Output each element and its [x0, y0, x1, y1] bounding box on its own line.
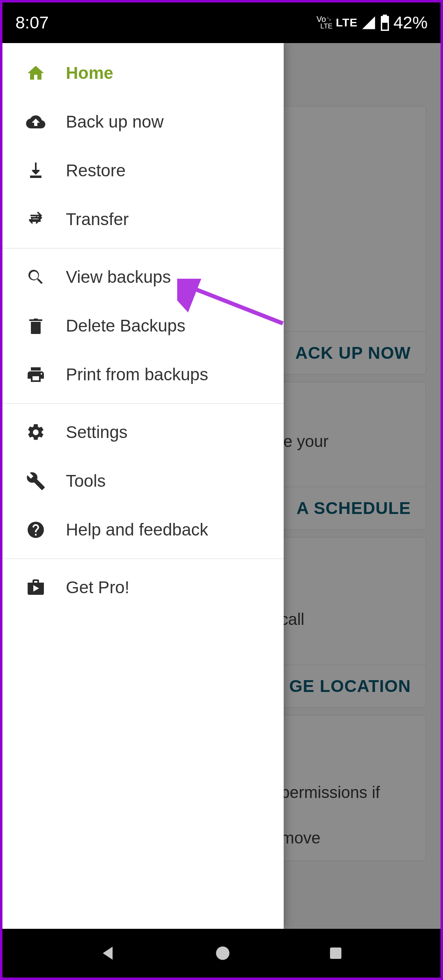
drawer-item-delete-backups[interactable]: Delete Backups	[2, 301, 284, 350]
drawer-item-label: Home	[66, 63, 113, 83]
drawer-item-print-backups[interactable]: Print from backups	[2, 350, 284, 399]
nav-back-icon[interactable]	[99, 943, 118, 963]
app-screen: SMS Backup & Restore BACK UP NOW Schedul…	[2, 43, 441, 929]
drawer-item-label: Restore	[66, 161, 126, 180]
help-icon	[24, 518, 47, 541]
gear-icon	[24, 421, 47, 444]
drawer-item-label: Get Pro!	[66, 578, 129, 597]
signal-icon	[361, 15, 376, 30]
drawer-item-label: Help and feedback	[66, 520, 208, 540]
drawer-item-view-backups[interactable]: View backups	[2, 253, 284, 301]
svg-rect-0	[30, 176, 41, 178]
drawer-item-label: View backups	[66, 267, 171, 287]
drawer-item-restore[interactable]: Restore	[2, 146, 284, 195]
device: 8:07 Vo␊LTE LTE 42% SMS Backup & Restore…	[2, 2, 441, 978]
drawer-item-label: Settings	[66, 423, 128, 442]
drawer-item-transfer[interactable]: Transfer	[2, 195, 284, 244]
drawer-item-label: Delete Backups	[66, 316, 185, 336]
lte-indicator: LTE	[336, 16, 358, 29]
drawer-item-settings[interactable]: Settings	[2, 408, 284, 457]
drawer-separator	[2, 248, 284, 249]
cloud-upload-icon	[24, 111, 47, 133]
drawer-item-label: Tools	[66, 471, 106, 491]
download-icon	[24, 159, 47, 182]
svg-point-2	[216, 947, 229, 960]
drawer-separator	[2, 403, 284, 404]
drawer-item-label: Transfer	[66, 210, 129, 229]
shop-icon	[24, 576, 47, 599]
drawer-item-get-pro[interactable]: Get Pro!	[2, 563, 284, 612]
system-nav-bar	[2, 929, 441, 978]
drawer-item-label: Print from backups	[66, 365, 208, 384]
drawer-item-tools[interactable]: Tools	[2, 457, 284, 505]
transfer-icon	[24, 208, 47, 231]
nav-home-icon[interactable]	[214, 944, 232, 962]
status-right: Vo␊LTE LTE 42%	[317, 13, 428, 33]
drawer-item-home[interactable]: Home	[2, 49, 284, 98]
drawer-item-help[interactable]: Help and feedback	[2, 505, 284, 554]
nav-recent-icon[interactable]	[327, 945, 344, 962]
home-icon	[24, 62, 47, 85]
battery-percent: 42%	[393, 13, 428, 33]
navigation-drawer: Home Back up now Restore Transfer	[2, 43, 284, 929]
drawer-item-backup-now[interactable]: Back up now	[2, 98, 284, 146]
volte-indicator: Vo␊LTE	[317, 15, 332, 30]
status-time: 8:07	[15, 13, 49, 33]
svg-rect-3	[330, 947, 341, 959]
wrench-icon	[24, 470, 47, 492]
search-icon	[24, 266, 47, 288]
trash-icon	[24, 314, 47, 337]
drawer-separator	[2, 558, 284, 559]
drawer-item-label: Back up now	[66, 112, 163, 132]
device-frame: 8:07 Vo␊LTE LTE 42% SMS Backup & Restore…	[0, 0, 443, 980]
status-bar: 8:07 Vo␊LTE LTE 42%	[2, 2, 441, 43]
print-icon	[24, 363, 47, 386]
battery-icon	[380, 15, 390, 31]
